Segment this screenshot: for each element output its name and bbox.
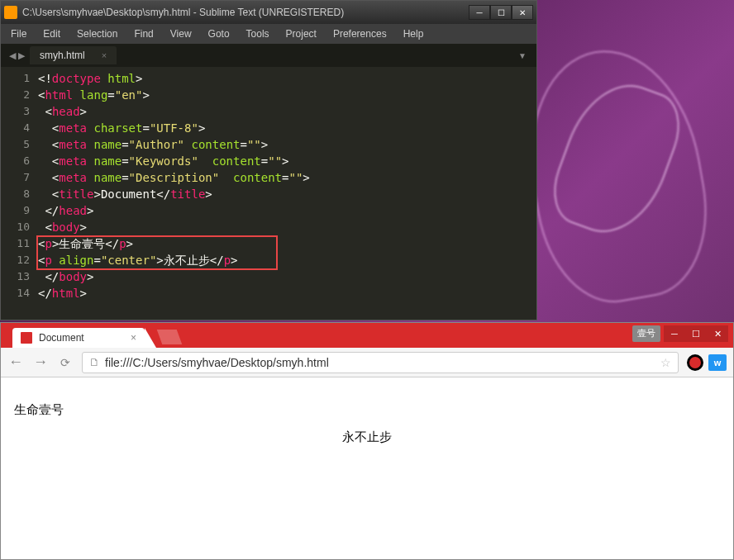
- menu-help[interactable]: Help: [395, 28, 432, 40]
- sublime-titlebar[interactable]: C:\Users\smyhvae\Desktop\smyh.html - Sub…: [1, 1, 536, 24]
- line-number: 14: [1, 285, 30, 301]
- paragraph-1: 生命壹号: [14, 402, 720, 418]
- browser-close-button[interactable]: ✕: [707, 325, 728, 342]
- menu-selection[interactable]: Selection: [69, 28, 126, 40]
- bookmark-star-icon[interactable]: ☆: [660, 356, 671, 369]
- browser-viewport: 生命壹号 永不止步: [1, 377, 733, 559]
- menu-find[interactable]: Find: [126, 28, 161, 40]
- browser-maximize-button[interactable]: ☐: [685, 325, 707, 342]
- paragraph-2-centered: 永不止步: [14, 429, 720, 445]
- browser-tabstrip: Document × 壹号 ─ ☐ ✕: [1, 323, 733, 348]
- sublime-menubar: File Edit Selection Find View Goto Tools…: [1, 24, 536, 44]
- browser-tab[interactable]: Document ×: [12, 328, 145, 348]
- line-number: 3: [1, 103, 30, 120]
- line-number: 5: [1, 136, 30, 153]
- line-number: 2: [1, 87, 30, 103]
- editor-tab[interactable]: smyh.html ×: [30, 46, 117, 64]
- menu-file[interactable]: File: [2, 28, 35, 40]
- address-bar[interactable]: 🗋 file:///C:/Users/smyhvae/Desktop/smyh.…: [82, 352, 679, 373]
- line-number: 4: [1, 120, 30, 136]
- menu-preferences[interactable]: Preferences: [325, 28, 395, 40]
- window-title: C:\Users\smyhvae\Desktop\smyh.html - Sub…: [22, 7, 469, 18]
- line-number: 6: [1, 153, 30, 169]
- favicon: [21, 332, 32, 344]
- browser-toolbar: ← → ⟳ 🗋 file:///C:/Users/smyhvae/Desktop…: [1, 348, 733, 377]
- back-button[interactable]: ←: [7, 354, 24, 371]
- menu-goto[interactable]: Goto: [200, 28, 238, 40]
- line-number: 8: [1, 186, 30, 202]
- maximize-button[interactable]: ☐: [490, 5, 512, 20]
- menu-edit[interactable]: Edit: [35, 28, 69, 40]
- line-gutter: 1 2 3 4 5 6 7 8 9 10 11 12 13 14: [1, 67, 38, 320]
- line-number: 11: [1, 235, 30, 252]
- browser-tab-title: Document: [39, 332, 84, 344]
- forward-button[interactable]: →: [32, 354, 49, 371]
- line-number: 9: [1, 202, 30, 219]
- menu-project[interactable]: Project: [278, 28, 325, 40]
- minimize-button[interactable]: ─: [469, 5, 490, 20]
- line-number: 13: [1, 268, 30, 285]
- editor-area[interactable]: 1 2 3 4 5 6 7 8 9 10 11 12 13 14 <!docty…: [1, 67, 536, 320]
- line-number: 7: [1, 169, 30, 186]
- tab-dropdown-icon[interactable]: ▼: [512, 51, 533, 60]
- menu-view[interactable]: View: [162, 28, 200, 40]
- close-button[interactable]: ✕: [512, 5, 533, 20]
- opera-icon[interactable]: [687, 354, 703, 371]
- line-number: 12: [1, 252, 30, 268]
- reload-button[interactable]: ⟳: [57, 356, 74, 369]
- new-tab-button[interactable]: [157, 330, 183, 344]
- browser-window: Document × 壹号 ─ ☐ ✕ ← → ⟳ 🗋 file:///C:/U…: [0, 322, 734, 560]
- tab-close-icon[interactable]: ×: [102, 50, 107, 60]
- code-content[interactable]: <!doctype html> <html lang="en"> <head> …: [38, 67, 536, 320]
- tab-close-icon[interactable]: ×: [131, 332, 136, 344]
- line-number: 1: [1, 70, 30, 87]
- file-icon: 🗋: [89, 356, 100, 368]
- url-text: file:///C:/Users/smyhvae/Desktop/smyh.ht…: [105, 356, 329, 369]
- sublime-app-icon: [4, 6, 17, 19]
- extension-icon[interactable]: w: [708, 354, 727, 371]
- tab-label: smyh.html: [40, 50, 85, 61]
- tab-nav-arrows[interactable]: ◀ ▶: [4, 50, 30, 61]
- browser-minimize-button[interactable]: ─: [664, 325, 685, 342]
- line-number: 10: [1, 219, 30, 235]
- sublime-window: C:\Users\smyhvae\Desktop\smyh.html - Sub…: [0, 0, 537, 320]
- extension-badge[interactable]: 壹号: [632, 325, 660, 342]
- sublime-tabbar: ◀ ▶ smyh.html × ▼: [1, 44, 536, 67]
- menu-tools[interactable]: Tools: [238, 28, 278, 40]
